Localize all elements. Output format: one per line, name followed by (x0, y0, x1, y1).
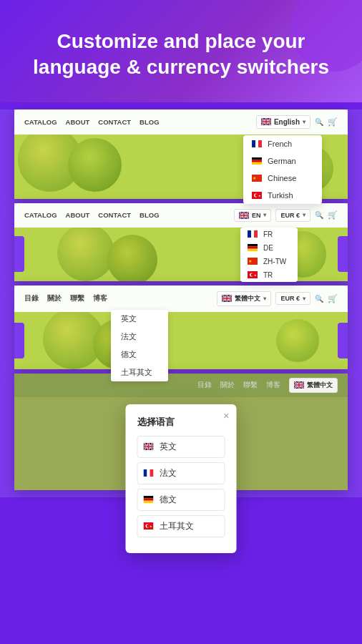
modal-item-en[interactable]: 英文 (137, 436, 225, 458)
nav2-catalog[interactable]: CATALOG (24, 211, 57, 219)
dropdown3-de[interactable]: 德文 (111, 346, 168, 364)
mockup2-dropdown: FR DE ★ ZH-TW (240, 228, 298, 282)
mockup1-navbar: CATALOG ABOUT CONTACT BLOG (14, 109, 348, 135)
svg-rect-3 (258, 140, 262, 147)
dropdown2-zhtw[interactable]: ★ ZH-TW (240, 255, 298, 268)
nav-link-catalog[interactable]: CATALOG (24, 118, 57, 126)
svg-rect-18 (248, 247, 258, 249)
svg-rect-29 (144, 469, 147, 477)
cart-icon-2[interactable]: 🛒 (328, 210, 338, 220)
lime-3c (276, 319, 319, 362)
hero-section: Customize and place your language & curr… (0, 0, 362, 102)
currency-selector-2[interactable]: EUR € ▾ (275, 209, 310, 222)
chevron-zh: ▾ (263, 296, 266, 302)
language-selector-1[interactable]: English ▾ (256, 115, 310, 129)
nav3-blog[interactable]: 博客 (93, 294, 107, 303)
cart-icon-1[interactable]: 🛒 (328, 117, 338, 127)
chevron-eur: ▾ (303, 212, 305, 218)
uk-flag-3 (222, 295, 232, 302)
mockup3-nav-links: 目錄 關於 聯繫 博客 (24, 294, 107, 303)
nav3-catalog[interactable]: 目錄 (24, 294, 39, 303)
mockup1-dropdown: French German ★ Chinese (243, 135, 322, 204)
tr-flag-2: ★ (248, 271, 258, 278)
dropdown3-en[interactable]: 英文 (111, 310, 168, 328)
svg-rect-34 (144, 501, 154, 503)
search-icon-1[interactable]: 🔍 (315, 118, 323, 126)
mockup2-section: CATALOG ABOUT CONTACT BLOG E (14, 203, 348, 281)
currency-selector-3[interactable]: EUR € ▾ (275, 292, 310, 305)
nav3-contact[interactable]: 聯繫 (70, 294, 84, 303)
mockup3: 目錄 關於 聯繫 博客 繁體中文 (14, 286, 348, 369)
mockup1-section: CATALOG ABOUT CONTACT BLOG (14, 109, 348, 199)
svg-rect-17 (248, 244, 258, 246)
en-zh-label: 英文 (121, 313, 137, 324)
tr-flag-icon: ★ (252, 192, 262, 199)
dropdown3-tr[interactable]: 土耳其文 (111, 364, 168, 381)
fr-zh-label: 法文 (121, 331, 137, 342)
chevron-icon-1: ▾ (303, 119, 305, 125)
svg-rect-19 (248, 249, 258, 251)
mockup4-nav-links: 目錄 關於 聯繫 博客 繁體中文 (24, 378, 338, 393)
nav-link-blog[interactable]: BLOG (140, 118, 159, 126)
cart-icon-3[interactable]: 🛒 (328, 294, 338, 303)
svg-rect-4 (252, 157, 262, 160)
nav2-blog[interactable]: BLOG (140, 211, 159, 219)
mockup2-navbar: CATALOG ABOUT CONTACT BLOG E (14, 203, 348, 228)
nav2-about[interactable]: ABOUT (66, 211, 90, 219)
uk-flag-icon-2 (239, 212, 249, 219)
svg-rect-5 (252, 160, 262, 162)
svg-rect-30 (147, 469, 150, 477)
fr-flag-modal (144, 469, 154, 477)
mockup1: CATALOG ABOUT CONTACT BLOG (14, 109, 348, 199)
modal-de-label: 德文 (160, 494, 177, 506)
dropdown-item-chinese[interactable]: ★ Chinese (243, 170, 322, 187)
chevron-en: ▾ (263, 212, 266, 218)
chevron-eur-3: ▾ (303, 296, 305, 302)
nav4-contact[interactable]: 聯繫 (243, 381, 258, 390)
tr-zh-label: 土耳其文 (121, 367, 152, 378)
french-label: French (268, 140, 292, 148)
language-selector-3[interactable]: 繁體中文 ▾ (217, 291, 271, 306)
mockup2-nav-links: CATALOG ABOUT CONTACT BLOG (24, 211, 160, 219)
dropdown2-de[interactable]: DE (240, 241, 298, 255)
dropdown2-fr[interactable]: FR (240, 228, 298, 241)
fr-code: FR (263, 230, 273, 238)
modal-item-tr[interactable]: ★ 土耳其文 (137, 515, 225, 537)
svg-text:★: ★ (253, 176, 256, 180)
nav4-about[interactable]: 關於 (220, 381, 235, 390)
mockup2: CATALOG ABOUT CONTACT BLOG E (14, 203, 348, 281)
svg-rect-16 (254, 230, 258, 238)
language-modal: × 选择语言 英文 (126, 404, 237, 553)
svg-rect-1 (252, 140, 255, 147)
uk-flag-4 (294, 381, 304, 389)
dropdown-item-german[interactable]: German (243, 152, 322, 170)
svg-rect-2 (255, 140, 258, 147)
zhtw-code: ZH-TW (263, 258, 286, 265)
search-icon-3[interactable]: 🔍 (315, 295, 323, 303)
dropdown-item-french[interactable]: French (243, 135, 322, 152)
svg-text:★: ★ (248, 259, 252, 263)
dropdown-item-turkish[interactable]: ★ Turkish (243, 187, 322, 204)
modal-tr-label: 土耳其文 (160, 520, 194, 532)
svg-rect-33 (144, 499, 154, 501)
de-code: DE (263, 244, 273, 252)
modal-item-de[interactable]: 德文 (137, 489, 225, 511)
svg-rect-14 (248, 230, 251, 238)
dropdown3-fr[interactable]: 法文 (111, 328, 168, 346)
nav4-blog[interactable]: 博客 (266, 381, 280, 390)
de-flag-modal (144, 496, 154, 503)
nav4-catalog[interactable]: 目錄 (197, 381, 212, 390)
language-selector-4[interactable]: 繁體中文 (289, 378, 338, 393)
svg-rect-32 (144, 496, 154, 498)
dropdown2-tr[interactable]: ★ TR (240, 268, 298, 282)
nav-link-contact[interactable]: CONTACT (98, 118, 131, 126)
modal-close-button[interactable]: × (223, 410, 229, 421)
nav2-contact[interactable]: CONTACT (98, 211, 131, 219)
nav3-about[interactable]: 關於 (47, 294, 62, 303)
modal-item-fr[interactable]: 法文 (137, 462, 225, 484)
modal-fr-label: 法文 (160, 467, 177, 479)
nav-link-about[interactable]: ABOUT (66, 118, 90, 126)
language-selector-2[interactable]: EN ▾ (234, 209, 272, 222)
mockup3-lime-scene (14, 312, 348, 369)
search-icon-2[interactable]: 🔍 (315, 211, 323, 219)
